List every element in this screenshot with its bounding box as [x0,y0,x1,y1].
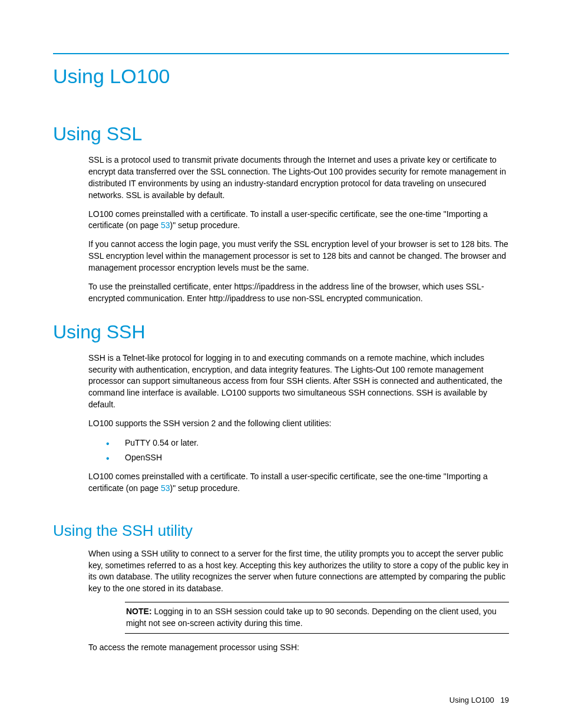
top-rule [53,53,509,54]
ssl-p2b: )" setup procedure. [170,220,240,230]
sshutil-p2: To access the remote management processo… [88,642,509,654]
footer-section: Using LO100 [449,696,494,704]
chapter-title: Using LO100 [53,65,509,88]
page: Using LO100 Using SSL SSL is a protocol … [0,0,562,728]
note-text: NOTE: Logging in to an SSH session could… [126,606,508,630]
ssh-p3: LO100 comes preinstalled with a certific… [88,471,509,495]
ssl-p2: LO100 comes preinstalled with a certific… [88,209,509,232]
subsection-sshutil-heading: Using the SSH utility [53,522,509,540]
sshutil-body: When using a SSH utility to connect to a… [88,548,509,654]
note-label: NOTE: [126,607,152,616]
ssh-bullets: PuTTY 0.54 or later. OpenSSH [88,437,509,464]
ssl-p3: If you cannot access the login page, you… [88,239,509,274]
page-link-53-b[interactable]: 53 [161,483,170,493]
footer-page-number: 19 [501,696,509,704]
ssh-p3b: )" setup procedure. [170,483,240,493]
ssh-p1: SSH is a Telnet-like protocol for loggin… [88,353,509,411]
note-body: Logging in to an SSH session could take … [126,607,497,628]
ssl-p1: SSL is a protocol used to transmit priva… [88,154,509,202]
section-ssh-heading: Using SSH [53,321,509,343]
ssh-p2: LO100 supports the SSH version 2 and the… [88,418,509,430]
ssl-p4: To use the preinstalled certificate, ent… [88,281,509,305]
section-ssl-heading: Using SSL [53,123,509,145]
list-item: PuTTY 0.54 or later. [88,437,509,449]
ssh-p3a: LO100 comes preinstalled with a certific… [88,472,488,493]
page-link-53[interactable]: 53 [161,220,170,230]
ssl-body: SSL is a protocol used to transmit priva… [88,154,509,305]
ssl-p2a: LO100 comes preinstalled with a certific… [88,209,488,230]
list-item: OpenSSH [88,452,509,464]
note-box: NOTE: Logging in to an SSH session could… [125,602,509,634]
page-footer: Using LO100 19 [449,696,509,704]
ssh-body: SSH is a Telnet-like protocol for loggin… [88,353,509,495]
sshutil-p1: When using a SSH utility to connect to a… [88,548,509,595]
